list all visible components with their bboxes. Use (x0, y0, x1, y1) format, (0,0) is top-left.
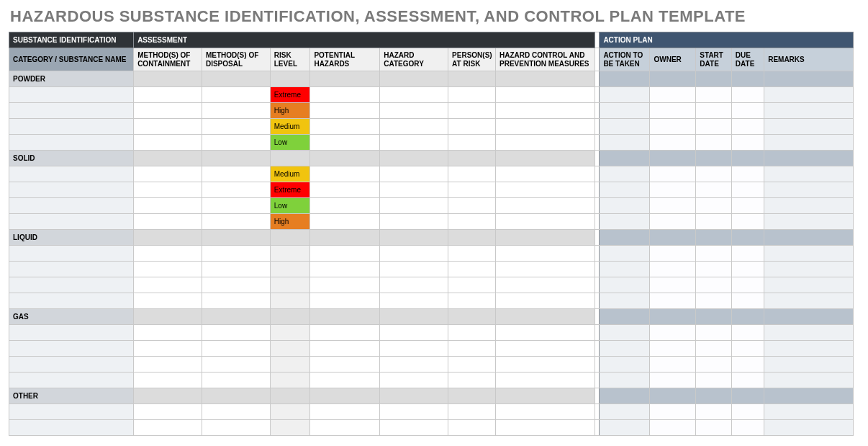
cell-containment[interactable] (134, 325, 202, 341)
cell-containment[interactable] (134, 246, 202, 262)
cell-hazard-category[interactable] (380, 325, 448, 341)
cell-persons[interactable] (448, 357, 496, 373)
cell-action[interactable] (600, 87, 650, 103)
cell-remarks[interactable] (764, 182, 854, 198)
cell-containment[interactable] (134, 119, 202, 135)
cell-action[interactable] (600, 198, 650, 214)
cell-containment[interactable] (134, 214, 202, 230)
cell[interactable] (764, 230, 854, 246)
cell-containment[interactable] (134, 357, 202, 373)
cell-disposal[interactable] (202, 262, 270, 277)
cell[interactable] (310, 71, 380, 87)
cell-remarks[interactable] (764, 277, 854, 293)
cell-hazard-category[interactable] (380, 166, 448, 182)
cell-start-date[interactable] (696, 341, 731, 357)
cell-hazard-category[interactable] (380, 420, 448, 436)
cell-disposal[interactable] (202, 404, 270, 420)
cell-containment[interactable] (134, 103, 202, 119)
cell-start-date[interactable] (696, 166, 731, 182)
cell-hazard-category[interactable] (380, 404, 448, 420)
cell-disposal[interactable] (202, 373, 270, 388)
cell-remarks[interactable] (764, 325, 854, 341)
cell-name[interactable] (9, 293, 134, 309)
cell[interactable] (600, 309, 650, 325)
cell-remarks[interactable] (764, 135, 854, 151)
cell-hazard-category[interactable] (380, 182, 448, 198)
cell-persons[interactable] (448, 182, 496, 198)
cell-containment[interactable] (134, 277, 202, 293)
cell-control[interactable] (496, 182, 595, 198)
cell-due-date[interactable] (731, 404, 764, 420)
cell-disposal[interactable] (202, 357, 270, 373)
cell-start-date[interactable] (696, 87, 731, 103)
cell-due-date[interactable] (731, 214, 764, 230)
cell-action[interactable] (600, 182, 650, 198)
cell[interactable] (731, 309, 764, 325)
cell-risk-level[interactable] (270, 341, 310, 357)
cell-action[interactable] (600, 373, 650, 388)
cell-name[interactable] (9, 246, 134, 262)
cell-start-date[interactable] (696, 262, 731, 277)
cell-control[interactable] (496, 293, 595, 309)
cell[interactable] (310, 230, 380, 246)
cell-action[interactable] (600, 277, 650, 293)
cell-persons[interactable] (448, 262, 496, 277)
cell-action[interactable] (600, 103, 650, 119)
cell-potential[interactable] (310, 119, 380, 135)
cell-control[interactable] (496, 277, 595, 293)
cell-due-date[interactable] (731, 277, 764, 293)
cell[interactable] (380, 388, 448, 404)
cell-start-date[interactable] (696, 325, 731, 341)
cell-control[interactable] (496, 87, 595, 103)
cell[interactable] (202, 71, 270, 87)
cell-hazard-category[interactable] (380, 87, 448, 103)
cell-hazard-category[interactable] (380, 293, 448, 309)
cell-risk[interactable] (270, 230, 310, 246)
cell-name[interactable] (9, 277, 134, 293)
cell-remarks[interactable] (764, 214, 854, 230)
cell[interactable] (448, 151, 496, 166)
cell[interactable] (696, 151, 731, 166)
cell-containment[interactable] (134, 135, 202, 151)
cell-control[interactable] (496, 404, 595, 420)
cell[interactable] (202, 388, 270, 404)
cell-owner[interactable] (650, 182, 696, 198)
cell-disposal[interactable] (202, 293, 270, 309)
cell-action[interactable] (600, 404, 650, 420)
cell-control[interactable] (496, 357, 595, 373)
cell-potential[interactable] (310, 166, 380, 182)
cell-control[interactable] (496, 262, 595, 277)
cell-risk-level[interactable] (270, 293, 310, 309)
cell-persons[interactable] (448, 103, 496, 119)
cell-remarks[interactable] (764, 293, 854, 309)
cell-action[interactable] (600, 166, 650, 182)
cell[interactable] (600, 71, 650, 87)
cell-control[interactable] (496, 325, 595, 341)
cell-owner[interactable] (650, 277, 696, 293)
cell[interactable] (650, 309, 696, 325)
cell[interactable] (696, 388, 731, 404)
cell-risk-level[interactable]: Medium (270, 119, 310, 135)
cell-persons[interactable] (448, 87, 496, 103)
cell-persons[interactable] (448, 373, 496, 388)
cell-action[interactable] (600, 262, 650, 277)
cell-owner[interactable] (650, 373, 696, 388)
cell-persons[interactable] (448, 404, 496, 420)
cell-hazard-category[interactable] (380, 103, 448, 119)
cell[interactable] (764, 309, 854, 325)
cell-owner[interactable] (650, 404, 696, 420)
cell-containment[interactable] (134, 293, 202, 309)
cell-potential[interactable] (310, 182, 380, 198)
cell[interactable] (380, 309, 448, 325)
cell-start-date[interactable] (696, 277, 731, 293)
cell-containment[interactable] (134, 87, 202, 103)
cell-hazard-category[interactable] (380, 262, 448, 277)
cell[interactable] (764, 151, 854, 166)
cell-name[interactable] (9, 135, 134, 151)
cell-name[interactable] (9, 404, 134, 420)
cell-potential[interactable] (310, 373, 380, 388)
cell-remarks[interactable] (764, 404, 854, 420)
cell-hazard-category[interactable] (380, 373, 448, 388)
cell-owner[interactable] (650, 214, 696, 230)
cell-disposal[interactable] (202, 277, 270, 293)
